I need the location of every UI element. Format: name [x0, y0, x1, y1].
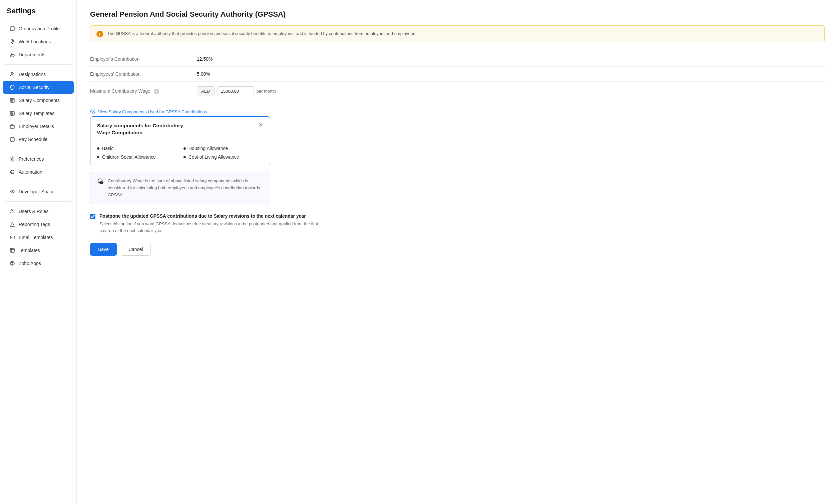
sidebar-title: Settings	[0, 7, 76, 22]
bullet-icon	[97, 147, 100, 150]
svg-rect-8	[10, 125, 14, 128]
sidebar-item-salary-components[interactable]: Salary Components	[3, 94, 74, 107]
panel-close-button[interactable]: ✕	[258, 122, 263, 128]
eye-icon	[90, 109, 95, 114]
checkbox-labels: Postpone the updated GPSSA contributions…	[100, 213, 324, 234]
templates-icon	[9, 247, 15, 253]
panel-body: Basic Housing Allowance Children Social …	[90, 140, 270, 165]
sidebar-item-org-profile[interactable]: Organization Profile	[3, 22, 74, 35]
bullet-icon	[184, 156, 186, 158]
sidebar-item-reporting-tags[interactable]: Reporting Tags	[3, 218, 74, 231]
checkbox-main-label[interactable]: Postpone the updated GPSSA contributions…	[100, 213, 324, 219]
wage-unit: per month	[257, 89, 276, 94]
email-icon	[9, 234, 15, 240]
sidebar-item-label: Users & Roles	[19, 209, 48, 214]
sidebar-item-social-security[interactable]: Social Security	[3, 81, 74, 94]
employee-contribution-value: 5.00%	[197, 71, 210, 77]
sidebar-divider	[5, 149, 71, 149]
users-icon	[9, 208, 15, 214]
sidebar-item-label: Work Locations	[19, 39, 51, 44]
sidebar-item-departments[interactable]: Departments	[3, 48, 74, 61]
sidebar-item-label: Employer Details	[19, 124, 54, 129]
sidebar-item-label: Salary Templates	[19, 111, 54, 116]
sidebar-item-templates[interactable]: Templates	[3, 244, 74, 257]
info-banner: ! The GPSSA is a federal authority that …	[90, 25, 825, 42]
salary-comp-icon	[9, 97, 15, 103]
employee-contribution-row: Employees' Contribution 5.00%	[90, 67, 825, 82]
sidebar-item-label: Pay Schedule	[19, 137, 47, 142]
employer-contribution-row: Employer's Contribution 12.50%	[90, 52, 825, 67]
checkbox-sub-label: Select this option if you want GPSSA ded…	[100, 221, 324, 234]
svg-rect-2	[10, 55, 12, 56]
sidebar-item-developer-space[interactable]: Developer Space	[3, 185, 74, 198]
preferences-icon	[9, 156, 15, 162]
sidebar-item-email-templates[interactable]: Email Templates	[3, 231, 74, 244]
sidebar-item-label: Email Templates	[19, 235, 53, 240]
departments-icon	[9, 52, 15, 58]
bullet-icon	[97, 156, 100, 158]
component-basic: Basic	[97, 146, 177, 151]
svg-marker-13	[10, 222, 14, 226]
sidebar-item-label: Designations	[19, 72, 46, 77]
svg-point-1	[12, 40, 13, 41]
sidebar-item-work-locations[interactable]: Work Locations	[3, 35, 74, 48]
svg-point-5	[11, 72, 13, 74]
sidebar-item-preferences[interactable]: Preferences	[3, 153, 74, 165]
cancel-button[interactable]: Cancel	[121, 243, 151, 256]
sidebar-item-label: Departments	[19, 52, 46, 57]
action-row: Save Cancel	[90, 243, 825, 256]
sidebar-item-label: Automation	[19, 169, 42, 175]
sidebar-item-salary-templates[interactable]: Salary Templates	[3, 107, 74, 120]
svg-rect-9	[10, 138, 14, 141]
svg-rect-14	[10, 236, 14, 239]
info-box-text: Contributory Wage is the sum of above li…	[108, 178, 263, 198]
component-living: Cost of Living Allowance	[184, 154, 263, 160]
wage-input-group: AED per month	[197, 86, 276, 96]
bullet-icon	[184, 147, 186, 150]
designations-icon	[9, 71, 15, 77]
max-wage-label: Maximum Contributory Wage ?	[90, 88, 197, 94]
component-children: Children Social Allowance	[97, 154, 177, 160]
reporting-icon	[9, 221, 15, 227]
sidebar-item-users-roles[interactable]: Users & Roles	[3, 205, 74, 218]
wage-input[interactable]	[217, 86, 254, 96]
view-salary-components-link[interactable]: View Salary Components Used for GPSSA Co…	[90, 105, 207, 116]
currency-badge: AED	[197, 86, 214, 96]
sidebar-item-zoho-apps[interactable]: Zoho Apps	[3, 257, 74, 270]
sidebar-item-label: Preferences	[19, 156, 44, 162]
sidebar-item-pay-schedule[interactable]: Pay Schedule	[3, 133, 74, 146]
location-icon	[9, 39, 15, 45]
salary-templ-icon	[9, 110, 15, 116]
main-content: General Pension And Social Security Auth…	[77, 0, 838, 504]
postpone-checkbox-row: Postpone the updated GPSSA contributions…	[90, 213, 324, 234]
employer-icon	[9, 123, 15, 129]
sidebar-item-employer-details[interactable]: Employer Details	[3, 120, 74, 133]
info-banner-text: The GPSSA is a federal authority that pr…	[107, 30, 416, 37]
svg-point-12	[11, 210, 13, 211]
sidebar-item-label: Zoho Apps	[19, 261, 41, 266]
sidebar-item-label: Social Security	[19, 85, 50, 90]
sidebar-item-label: Developer Space	[19, 189, 54, 194]
postpone-checkbox[interactable]	[90, 214, 95, 219]
employer-contribution-value: 12.50%	[197, 56, 212, 62]
pay-schedule-icon	[9, 136, 15, 142]
automation-icon	[9, 169, 15, 175]
svg-rect-0	[10, 27, 14, 31]
zoho-icon	[9, 260, 15, 266]
employer-contribution-label: Employer's Contribution	[90, 56, 197, 62]
max-wage-row: Maximum Contributory Wage ? AED per mont…	[90, 82, 825, 101]
sidebar-divider	[5, 201, 71, 202]
page-title: General Pension And Social Security Auth…	[90, 10, 825, 19]
warning-icon: !	[97, 31, 103, 37]
svg-rect-3	[12, 53, 13, 54]
sun-icon: 🌤	[97, 178, 104, 185]
developer-icon	[9, 189, 15, 195]
sidebar-item-designations[interactable]: Designations	[3, 68, 74, 81]
sidebar-item-label: Templates	[19, 248, 40, 253]
svg-point-11	[11, 170, 14, 174]
max-wage-help-icon[interactable]: ?	[154, 89, 159, 94]
sidebar-divider	[5, 64, 71, 65]
save-button[interactable]: Save	[90, 243, 117, 256]
sidebar-item-automation[interactable]: Automation	[3, 166, 74, 178]
sidebar: Settings Organization ProfileWork Locati…	[0, 0, 77, 504]
